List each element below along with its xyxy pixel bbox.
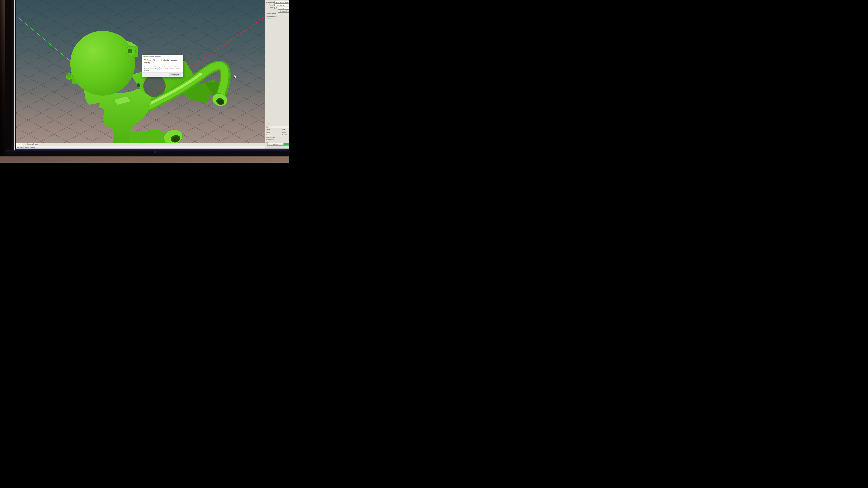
info-header: Info xyxy=(267,123,289,125)
size-label: Size: xyxy=(282,129,285,130)
dialog-title: 3D Printer Slicer application xyxy=(146,56,160,57)
header-rule xyxy=(270,124,289,124)
printer-icon xyxy=(275,7,277,9)
copies-label: Copies: xyxy=(266,129,270,130)
filament-value: My Settings xyxy=(277,4,284,6)
monitor-screen: 3D 2D Preview Layers Generating support … xyxy=(16,0,289,150)
crash-dialog: 3D Printer Slicer application × 3D Print… xyxy=(142,55,183,77)
photo-of-monitor: DELL xyxy=(0,0,289,163)
gear-icon xyxy=(275,1,277,3)
plate-screw-hole xyxy=(136,83,140,87)
room-background-shadow xyxy=(0,0,5,157)
support-material-header: Support material xyxy=(267,13,289,14)
top-lug-hole-light xyxy=(129,51,131,53)
dialog-title-bar[interactable]: 3D Printer Slicer application × xyxy=(143,55,183,58)
screen-bottom-edge xyxy=(16,149,289,150)
close-icon[interactable]: × xyxy=(181,55,182,57)
printer-value: My Settings xyxy=(277,7,284,9)
print-settings-dropdown[interactable]: My Settings for moun xyxy=(275,1,289,4)
tab-2d[interactable]: 2D xyxy=(22,143,28,145)
monitor-bezel-left xyxy=(5,0,14,150)
materials-label: Materials: xyxy=(266,134,271,135)
status-message: Generating support material... xyxy=(17,146,36,148)
fan-hole xyxy=(144,75,165,97)
mouse-cursor xyxy=(234,74,237,78)
dialog-body-text: A problem caused the program to stop wor… xyxy=(144,66,181,71)
dell-logo: DELL xyxy=(153,151,164,154)
object-field[interactable] xyxy=(269,126,289,128)
screen-edge-glow xyxy=(14,0,16,150)
print-settings-value: My Settings for moun xyxy=(277,2,289,3)
dialog-footer: Close program xyxy=(143,72,183,77)
tab-3d[interactable]: 3D xyxy=(16,143,22,146)
support-material-header-text: Support material xyxy=(267,13,276,14)
printer-label: Printer: xyxy=(266,7,274,8)
tab-preview[interactable]: Preview xyxy=(28,143,34,145)
tab-layers[interactable]: Layers xyxy=(34,143,39,145)
settings-sidebar: Print settings: My Settings for moun Fil… xyxy=(265,0,289,149)
info-header-text: Info xyxy=(267,123,269,125)
status-bar: Generating support material... xyxy=(16,146,265,149)
desk-surface xyxy=(0,157,289,163)
print-settings-label: Print settings: xyxy=(266,1,274,3)
generate-support-label: Generate support material: xyxy=(267,16,280,19)
progress-bar-fill xyxy=(284,143,289,145)
volume-label: Volume: xyxy=(266,132,271,133)
filament-label: Filament: xyxy=(266,4,274,6)
print-summary-label: Print Summary xyxy=(266,137,275,138)
monitor-bezel-bottom xyxy=(5,150,289,157)
export-stl-button[interactable]: Export STL... xyxy=(278,9,289,12)
view-tab-bar: 3D 2D Preview Layers xyxy=(16,143,265,146)
export-stl-icon xyxy=(279,10,281,12)
used-filament-label: Used Filament: xyxy=(266,139,275,140)
facets-label: Facets: xyxy=(282,132,286,133)
export-stl-label: Export STL... xyxy=(282,10,289,12)
app-icon xyxy=(143,56,145,57)
filament-dropdown[interactable]: My Settings xyxy=(275,4,289,6)
3d-viewport[interactable] xyxy=(16,0,265,143)
dialog-heading: 3D Printer Slicer application has stoppe… xyxy=(144,59,182,64)
cancel-button[interactable]: Cancel xyxy=(267,143,284,145)
manifold-label: Manifold: xyxy=(282,134,288,135)
cost-label: Cost: xyxy=(266,141,269,143)
close-program-button[interactable]: Close program xyxy=(168,73,181,76)
printer-dropdown[interactable]: My Settings xyxy=(275,7,289,9)
